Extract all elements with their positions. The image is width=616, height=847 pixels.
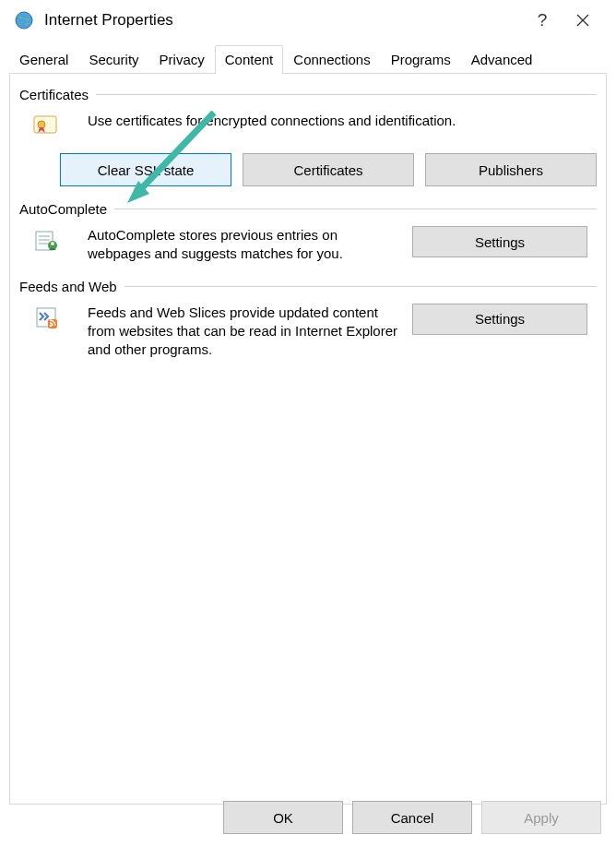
close-button[interactable]	[563, 14, 603, 27]
group-certificates: Certificates Use certificates for encryp…	[19, 87, 597, 186]
autocomplete-desc: AutoComplete stores previous entries on …	[88, 226, 399, 264]
divider	[96, 94, 597, 95]
feeds-desc: Feeds and Web Slices provide updated con…	[88, 304, 399, 360]
feeds-icon	[34, 305, 60, 334]
tab-content[interactable]: Content	[215, 45, 284, 74]
publishers-button[interactable]: Publishers	[425, 153, 597, 186]
apply-button[interactable]: Apply	[481, 801, 601, 834]
clear-ssl-state-button[interactable]: Clear SSL state	[60, 153, 231, 186]
tab-strip: General Security Privacy Content Connect…	[9, 44, 607, 74]
certificate-icon	[33, 113, 61, 138]
dialog-footer: OK Cancel Apply	[223, 801, 601, 834]
certificates-desc: Use certificates for encrypted connectio…	[88, 112, 597, 130]
tab-general[interactable]: General	[9, 45, 78, 74]
help-button[interactable]: ?	[522, 10, 563, 30]
svg-point-0	[16, 12, 32, 29]
tab-programs[interactable]: Programs	[381, 45, 461, 74]
autocomplete-icon	[34, 228, 60, 256]
tab-privacy[interactable]: Privacy	[149, 45, 215, 74]
tab-advanced[interactable]: Advanced	[461, 45, 543, 74]
internet-options-icon	[13, 9, 35, 31]
group-label-feeds: Feeds and Web	[19, 279, 124, 294]
group-label-certificates: Certificates	[19, 87, 96, 102]
svg-point-2	[38, 121, 45, 128]
group-feeds: Feeds and Web Feeds and Web Slic	[19, 279, 597, 360]
group-label-autocomplete: AutoComplete	[19, 201, 114, 217]
tab-security[interactable]: Security	[78, 45, 148, 74]
svg-point-11	[50, 324, 53, 327]
window-title: Internet Properties	[44, 11, 522, 30]
svg-point-8	[51, 242, 54, 245]
tab-connections[interactable]: Connections	[283, 45, 380, 74]
divider	[124, 286, 597, 287]
content-pane: Certificates Use certificates for encryp…	[9, 74, 607, 805]
cancel-button[interactable]: Cancel	[352, 801, 472, 834]
autocomplete-settings-button[interactable]: Settings	[412, 226, 587, 257]
certificates-button[interactable]: Certificates	[243, 153, 414, 186]
divider	[114, 209, 597, 209]
feeds-settings-button[interactable]: Settings	[412, 304, 587, 335]
group-autocomplete: AutoComplete AutoComplete stores	[19, 201, 597, 264]
ok-button[interactable]: OK	[223, 801, 343, 834]
titlebar: Internet Properties ?	[0, 0, 616, 41]
